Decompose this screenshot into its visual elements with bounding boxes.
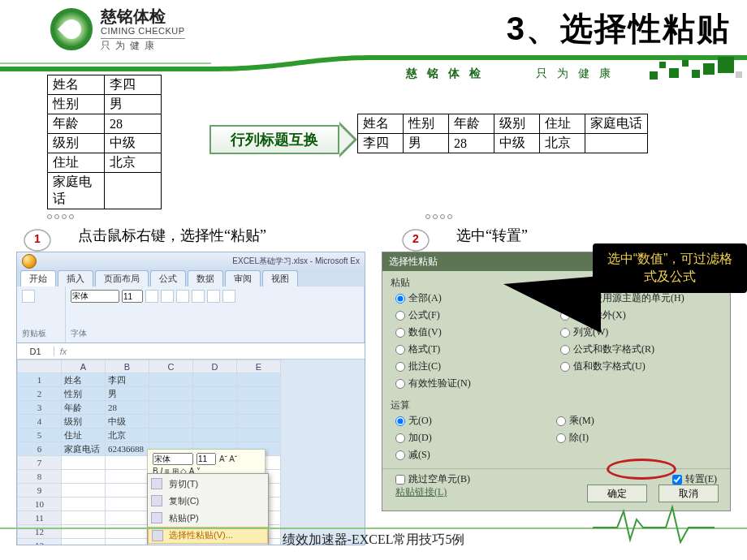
- table-cell: 家庭电话: [48, 173, 105, 209]
- table-cell: 北京: [540, 134, 585, 153]
- brand-logo: 慈铭体检 CIMING CHECKUP 只为健康: [50, 6, 185, 52]
- table-cell: 年龄: [48, 114, 105, 134]
- table-cell: 性别: [404, 114, 449, 134]
- table-cell: 住址: [540, 114, 585, 134]
- table-cell: 中级: [105, 134, 162, 153]
- logo-english: CIMING CHECKUP: [101, 26, 185, 37]
- mini-font-name[interactable]: [153, 453, 193, 465]
- context-menu-item[interactable]: 剪切(T): [148, 476, 268, 493]
- ribbon-group-clipboard: 剪贴板: [22, 328, 60, 339]
- step-1-number: 1: [34, 232, 41, 245]
- table-cell: 李四: [358, 134, 404, 153]
- ribbon-tabs[interactable]: 开始插入页面布局公式数据审阅视图: [17, 270, 365, 286]
- table-cell: 姓名: [48, 75, 105, 95]
- font-name-input[interactable]: [71, 290, 119, 303]
- footer-text: 绩效加速器-EXCEL常用技巧5例: [0, 532, 747, 549]
- name-box[interactable]: D1: [17, 347, 54, 356]
- transform-arrow-label: 行列标题互换: [209, 125, 339, 154]
- table-cell: 性别: [48, 95, 105, 114]
- paste-option-radio[interactable]: 批注(C): [395, 360, 552, 373]
- paste-option-radio[interactable]: 值和数字格式(U): [560, 360, 717, 373]
- step-2-text: 选中“转置”: [456, 226, 528, 245]
- table-cell: 住址: [48, 153, 105, 173]
- logo-icon: [50, 8, 93, 50]
- table-cell: 年龄: [449, 114, 494, 134]
- paste-option-radio[interactable]: 有效性验证(N): [395, 377, 552, 390]
- table-cell: [585, 134, 648, 153]
- decorative-pixels: [650, 57, 747, 81]
- step-2-number: 2: [412, 232, 419, 245]
- bold-icon[interactable]: [145, 290, 158, 303]
- tip-callout: 选中“数值”，可过滤格式及公式: [593, 243, 747, 293]
- context-menu-item[interactable]: 复制(C): [148, 493, 268, 510]
- arrow-icon: [339, 122, 357, 157]
- source-vertical-table: 姓名李四性别男年龄28级别中级住址北京家庭电话: [47, 75, 162, 209]
- border-icon[interactable]: [192, 290, 205, 303]
- ribbon-tab[interactable]: 数据: [188, 270, 223, 286]
- step-1-text: 点击鼠标右键，选择性“粘贴”: [78, 226, 266, 245]
- ribbon-tab[interactable]: 插入: [58, 270, 93, 286]
- paste-option-radio[interactable]: 公式和数字格式(R): [560, 342, 717, 356]
- ribbon-tab[interactable]: 页面布局: [95, 270, 149, 286]
- result-horizontal-table: 姓名性别年龄级别住址家庭电话李四男28中级北京: [357, 114, 648, 153]
- table-cell: 级别: [48, 134, 105, 153]
- table-cell: 男: [105, 95, 162, 114]
- fx-icon[interactable]: fx: [54, 347, 72, 356]
- step-1: 1 点击鼠标右键，选择性“粘贴”: [19, 218, 266, 253]
- table-cell: 姓名: [358, 114, 404, 134]
- ribbon-tab[interactable]: 视图: [262, 270, 298, 286]
- context-menu-item[interactable]: 粘贴(P): [148, 510, 268, 527]
- logo-chinese: 慈铭体检: [101, 6, 185, 26]
- slide-title: 3、选择性粘贴: [507, 6, 731, 51]
- fill-color-icon[interactable]: [207, 290, 220, 303]
- operation-option-radio[interactable]: 除(I): [556, 431, 717, 445]
- step-2: 2 选中“转置”: [398, 218, 528, 253]
- table-cell: 中级: [494, 134, 540, 153]
- font-size-input[interactable]: [122, 290, 143, 303]
- operation-option-radio[interactable]: 无(O): [395, 414, 556, 428]
- font-color-icon[interactable]: [222, 290, 235, 303]
- mini-font-size[interactable]: [196, 453, 216, 465]
- table-cell: 男: [404, 134, 449, 153]
- underline-icon[interactable]: [176, 290, 189, 303]
- excel-window-title: EXCEL基础学习.xlsx - Microsoft Ex: [232, 256, 360, 267]
- ribbon-tab[interactable]: 开始: [20, 270, 56, 286]
- table-cell: 李四: [105, 75, 162, 95]
- table-cell: 家庭电话: [585, 114, 648, 134]
- paste-option-radio[interactable]: 格式(T): [395, 342, 552, 356]
- office-orb-icon[interactable]: [22, 254, 37, 269]
- italic-icon[interactable]: [161, 290, 174, 303]
- header-subslogan: 只为健康: [536, 67, 620, 81]
- skip-blanks-checkbox[interactable]: 跳过空单元(B): [395, 472, 470, 486]
- table-cell: [105, 173, 162, 209]
- operation-option-radio[interactable]: 加(D): [395, 431, 556, 445]
- operation-option-radio[interactable]: 减(S): [395, 448, 556, 462]
- paste-icon[interactable]: [22, 290, 35, 303]
- ribbon-tab[interactable]: 公式: [150, 270, 186, 286]
- section-operation-label: 运算: [382, 394, 730, 414]
- table-cell: 28: [449, 134, 494, 153]
- paste-link-button[interactable]: 粘贴链接(L): [395, 485, 447, 499]
- table-cell: 28: [105, 114, 162, 134]
- footprint-icon: 1: [19, 218, 68, 253]
- ribbon-tab[interactable]: 审阅: [225, 270, 261, 286]
- footprint-icon: 2: [398, 218, 447, 253]
- ok-button[interactable]: 确定: [587, 485, 647, 502]
- excel-window: EXCEL基础学习.xlsx - Microsoft Ex 开始插入页面布局公式…: [16, 252, 365, 545]
- header-subbrand: 慈铭体检: [406, 67, 490, 81]
- operation-option-radio[interactable]: 乘(M): [556, 414, 717, 428]
- ribbon-group-font: 字体: [71, 328, 359, 339]
- ribbon: 剪贴板 字体: [17, 286, 365, 343]
- cancel-button[interactable]: 取消: [658, 485, 719, 502]
- table-cell: 级别: [494, 114, 540, 134]
- table-cell: 北京: [105, 153, 162, 173]
